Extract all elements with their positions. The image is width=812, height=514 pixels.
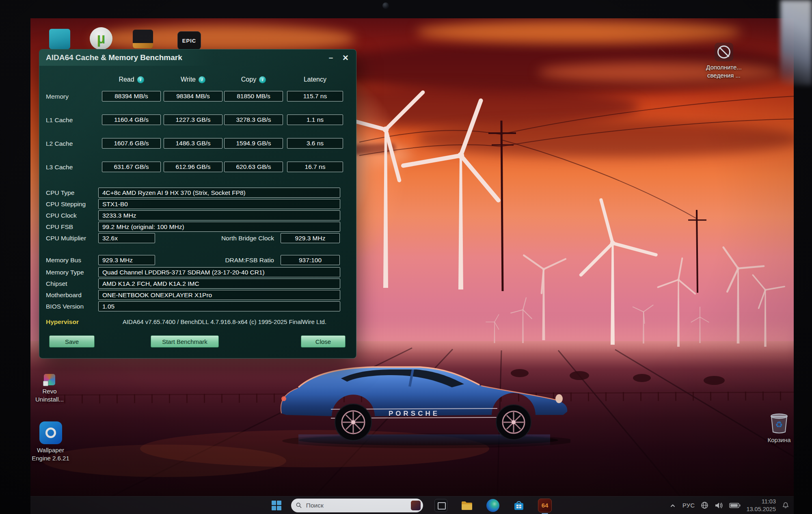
desktop-icon-utorrent[interactable]: µ bbox=[90, 27, 112, 50]
clock-date: 13.05.2025 bbox=[746, 505, 776, 513]
memory-copy-value: 81850 MB/s bbox=[224, 91, 283, 102]
icon-label-line: Дополните... bbox=[693, 63, 754, 71]
tray-battery[interactable] bbox=[729, 502, 741, 509]
cpu-type-value: 4C+8c AMD Ryzen AI 9 HX 370 (Strix, Sock… bbox=[98, 188, 340, 198]
l1-write-value: 1227.3 GB/s bbox=[164, 114, 222, 125]
row-label: Memory bbox=[46, 93, 69, 100]
chevron-up-icon bbox=[669, 501, 677, 510]
row-label: Motherboard bbox=[46, 292, 82, 299]
l1-latency-value: 1.1 ns bbox=[287, 114, 343, 125]
teal-app-icon bbox=[49, 29, 70, 49]
desktop: PORSCHE µ bbox=[30, 18, 794, 514]
search-input[interactable] bbox=[305, 501, 407, 510]
desktop-icon-more-info[interactable]: Дополните... сведения ... bbox=[693, 43, 754, 80]
icon-label-line: сведения ... bbox=[693, 71, 754, 80]
row-label: CPU Multiplier bbox=[46, 235, 86, 242]
column-header-read: Read bbox=[119, 76, 134, 83]
chipset-value: AMD K1A.2 FCH, AMD K1A.2 IMC bbox=[98, 279, 340, 289]
cpu-multiplier-value: 32.6x bbox=[98, 233, 155, 243]
row-label: CPU Stepping bbox=[46, 201, 86, 208]
l1-copy-value: 3278.3 GB/s bbox=[224, 114, 283, 125]
folder-icon bbox=[460, 499, 473, 512]
row-label: Chipset bbox=[46, 280, 67, 287]
hypervisor-label: Hypervisor bbox=[46, 318, 79, 326]
desktop-icon-app2[interactable] bbox=[133, 30, 153, 48]
close-button[interactable]: ✕ bbox=[338, 52, 353, 63]
taskbar-search[interactable] bbox=[291, 499, 423, 512]
bell-icon bbox=[782, 501, 790, 510]
revo-uninstaller-icon bbox=[44, 374, 55, 385]
window-title: AIDA64 Cache & Memory Benchmark bbox=[46, 53, 324, 62]
search-highlight-icon bbox=[411, 501, 421, 510]
desktop-icon-revo[interactable]: Revo Uninstall... bbox=[30, 374, 72, 404]
memory-bus-value: 929.3 MHz bbox=[98, 255, 155, 265]
microsoft-store-icon bbox=[513, 499, 525, 512]
column-header-copy: Copy bbox=[241, 76, 256, 83]
photo-frame: PORSCHE µ bbox=[0, 0, 812, 514]
edge-browser-icon bbox=[486, 499, 499, 512]
row-label: Memory Bus bbox=[46, 257, 81, 264]
restricted-icon bbox=[715, 43, 733, 61]
globe-icon bbox=[700, 501, 709, 510]
memory-read-value: 88394 MB/s bbox=[102, 91, 161, 102]
memory-type-value: Quad Channel LPDDR5-3717 SDRAM (23-17-20… bbox=[98, 267, 340, 277]
taskbar-aida64[interactable]: 64 bbox=[537, 498, 553, 513]
dark-folder-icon bbox=[133, 30, 153, 48]
epic-games-icon: EPIC bbox=[177, 31, 201, 50]
cpu-clock-value: 3233.3 MHz bbox=[98, 210, 340, 220]
road-glow bbox=[43, 445, 286, 477]
row-label: CPU FSB bbox=[46, 223, 73, 231]
save-button[interactable]: Save bbox=[49, 335, 95, 348]
l2-read-value: 1607.6 GB/s bbox=[102, 138, 161, 149]
taskbar-app-dark[interactable] bbox=[433, 498, 449, 513]
row-label: CPU Type bbox=[46, 189, 74, 197]
start-benchmark-button[interactable]: Start Benchmark bbox=[151, 335, 219, 348]
desktop-icon-epic[interactable]: EPIC bbox=[177, 31, 201, 50]
bios-version-value: 1.05 bbox=[98, 301, 340, 311]
aida64-icon: 64 bbox=[538, 499, 552, 512]
l2-copy-value: 1594.9 GB/s bbox=[224, 138, 283, 149]
desktop-icon-app[interactable] bbox=[49, 29, 70, 49]
memory-latency-value: 115.7 ns bbox=[287, 91, 343, 102]
wind-turbines bbox=[335, 60, 788, 347]
desktop-icon-recycle-bin[interactable]: ♻ Корзина bbox=[756, 410, 794, 444]
desktop-icon-wallpaper-engine[interactable]: Wallpaper Engine 2.6.21 bbox=[30, 421, 78, 462]
tray-network[interactable] bbox=[700, 501, 709, 510]
column-header-write: Write bbox=[181, 76, 196, 83]
svg-text:♻: ♻ bbox=[775, 420, 783, 429]
info-icon[interactable]: i bbox=[259, 76, 266, 83]
l2-latency-value: 3.6 ns bbox=[287, 138, 343, 149]
tray-chevron-up[interactable] bbox=[669, 501, 677, 510]
power-lines bbox=[359, 96, 794, 219]
icon-label-line: Корзина bbox=[756, 436, 794, 444]
taskbar: 64 РУС bbox=[30, 496, 794, 514]
front-wheel bbox=[496, 405, 531, 440]
l3-write-value: 612.96 GB/s bbox=[164, 162, 222, 172]
close-window-button[interactable]: Close bbox=[301, 335, 346, 348]
row-label: CPU Clock bbox=[46, 212, 77, 219]
battery-icon bbox=[729, 502, 741, 509]
info-icon[interactable]: i bbox=[137, 76, 144, 83]
utorrent-icon: µ bbox=[90, 27, 112, 50]
taskbar-clock[interactable]: 11:03 13.05.2025 bbox=[746, 498, 776, 513]
tray-notifications[interactable] bbox=[782, 501, 790, 510]
column-header-latency: Latency bbox=[304, 76, 326, 83]
power-pole bbox=[488, 121, 706, 293]
taskbar-edge[interactable] bbox=[485, 498, 501, 513]
wallpaper-engine-icon bbox=[39, 421, 62, 444]
motherboard-value: ONE-NETBOOK ONEXPLAYER X1Pro bbox=[98, 290, 340, 300]
north-bridge-value: 929.3 MHz bbox=[281, 233, 340, 243]
start-button[interactable] bbox=[268, 498, 285, 513]
l3-latency-value: 16.7 ns bbox=[287, 162, 343, 172]
version-footer: AIDA64 v7.65.7400 / BenchDLL 4.7.916.8-x… bbox=[100, 318, 349, 325]
taillight bbox=[281, 396, 286, 401]
language-indicator[interactable]: РУС bbox=[682, 502, 695, 509]
icon-label-line: Uninstall... bbox=[30, 395, 72, 404]
info-icon[interactable]: i bbox=[199, 76, 205, 83]
icon-label-line: Wallpaper bbox=[30, 446, 78, 454]
taskbar-store[interactable] bbox=[511, 498, 527, 513]
minimize-button[interactable]: – bbox=[324, 52, 338, 63]
taskbar-file-explorer[interactable] bbox=[459, 498, 475, 513]
tray-volume[interactable] bbox=[715, 501, 723, 510]
window-titlebar[interactable]: AIDA64 Cache & Memory Benchmark – ✕ bbox=[39, 50, 356, 66]
